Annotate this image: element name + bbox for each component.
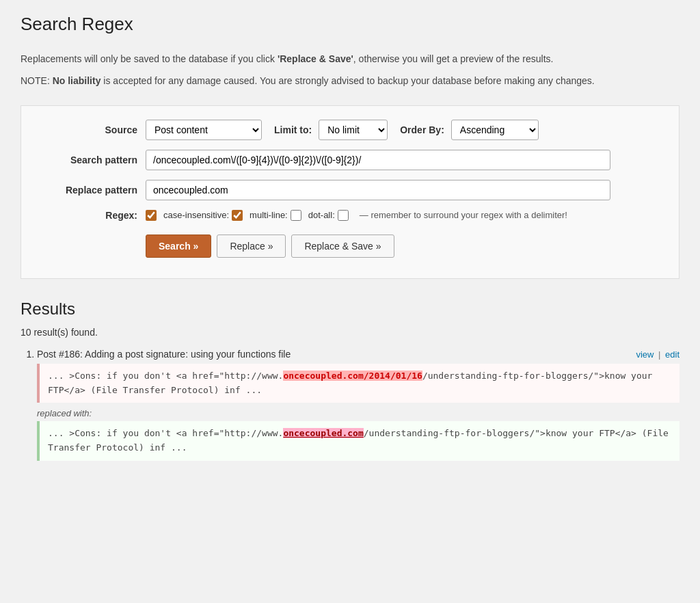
replaced-highlight: oncecoupled.com [283,428,363,438]
result-title: Post #186: Adding a post signature: usin… [37,349,291,360]
limit-label: Limit to: [274,124,312,135]
list-item: Post #186: Adding a post signature: usin… [37,349,679,461]
edit-link[interactable]: edit [665,349,679,360]
regex-row: Regex: case-insensitive: multi-line: dot… [42,210,658,221]
dot-all-label[interactable]: dot-all: [308,210,349,221]
replace-pattern-row: Replace pattern [42,180,658,200]
note-text: NOTE: No liability is accepted for any d… [21,73,679,88]
search-pattern-row: Search pattern [42,150,658,170]
regex-options: case-insensitive: multi-line: dot-all: —… [146,210,567,221]
link-separator: | [658,349,660,360]
case-insensitive-checkbox[interactable] [232,210,243,221]
search-form: Source Post content Post title Post exce… [21,105,679,279]
search-pattern-label: Search pattern [42,155,137,165]
order-label: Order By: [400,124,444,135]
button-row: Search » Replace » Replace & Save » [42,234,658,258]
case-insensitive-label[interactable]: case-insensitive: [163,210,243,221]
dot-all-checkbox[interactable] [338,210,349,221]
replace-save-button[interactable]: Replace & Save » [291,234,394,258]
description-text: Replacements will only be saved to the d… [21,51,679,66]
multi-line-label[interactable]: multi-line: [250,210,301,221]
view-link[interactable]: view [636,349,654,360]
replace-button[interactable]: Replace » [217,234,286,258]
results-list: Post #186: Adding a post signature: usin… [21,349,679,461]
source-controls: Post content Post title Post excerpt Gui… [146,120,539,140]
search-pattern-input[interactable] [146,150,610,170]
replaced-label: replaced with: [37,408,679,418]
regex-note: — remember to surround your regex with a… [360,210,567,220]
original-before: ... >Cons: if you don't <a href="http://… [48,371,283,381]
order-select[interactable]: Ascending Descending [451,120,539,140]
replace-pattern-input[interactable] [146,180,610,200]
replaced-before: ... >Cons: if you don't <a href="http://… [48,428,283,438]
result-replaced: ... >Cons: if you don't <a href="http://… [37,421,679,461]
search-button[interactable]: Search » [146,234,211,258]
regex-checkbox[interactable] [146,210,157,221]
multi-line-checkbox[interactable] [291,210,301,221]
regex-label: Regex: [42,210,137,221]
original-highlight: oncecoupled.com/2014/01/16 [283,371,422,381]
replace-pattern-label: Replace pattern [42,185,137,196]
source-label: Source [42,124,137,135]
result-original: ... >Cons: if you don't <a href="http://… [37,364,679,403]
result-links: view | edit [636,349,679,360]
limit-select[interactable]: No limit 1 5 10 50 100 [319,120,388,140]
source-select[interactable]: Post content Post title Post excerpt Gui… [146,120,262,140]
results-count: 10 result(s) found. [21,327,679,338]
result-header: Post #186: Adding a post signature: usin… [37,349,679,360]
results-heading: Results [21,299,679,319]
source-row: Source Post content Post title Post exce… [42,120,658,140]
page-title: Search Regex [21,14,679,40]
